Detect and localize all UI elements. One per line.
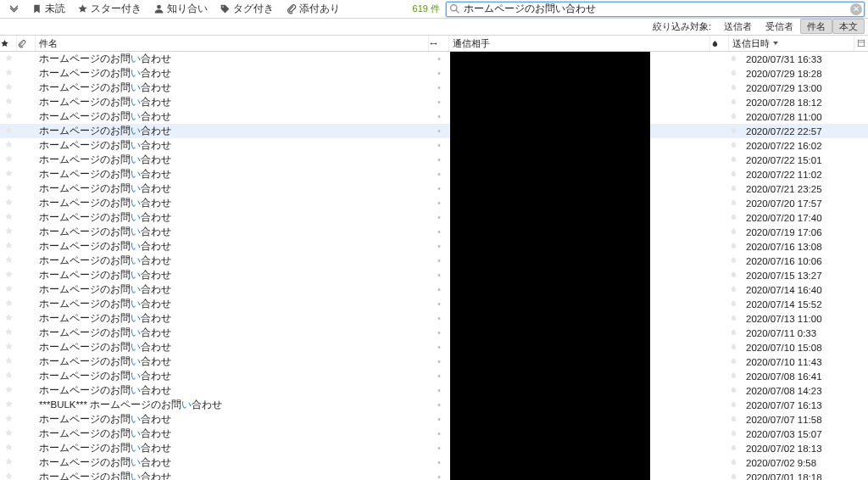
message-row[interactable]: ホームページのお問い合わせ•2020/07/22 15:01: [0, 153, 868, 167]
row-flag-icon[interactable]: [724, 327, 743, 338]
row-star[interactable]: [0, 241, 17, 252]
row-star[interactable]: [0, 126, 17, 137]
message-row[interactable]: ホームページのお問い合わせ•2020/07/20 17:40: [0, 210, 868, 225]
message-row[interactable]: ホームページのお問い合わせ•2020/07/10 11:43: [0, 354, 868, 369]
message-row[interactable]: ホームページのお問い合わせ•2020/07/02 18:13: [0, 441, 868, 455]
row-flag-icon[interactable]: [724, 255, 743, 266]
col-header-thread[interactable]: [429, 36, 449, 51]
row-flag-icon[interactable]: [724, 385, 743, 396]
filter-tagged[interactable]: タグ付き: [214, 0, 278, 18]
row-star[interactable]: [0, 399, 17, 410]
row-flag-icon[interactable]: [724, 270, 743, 281]
message-row[interactable]: ホームページのお問い合わせ•2020/07/21 23:25: [0, 181, 868, 196]
message-row[interactable]: ホームページのお問い合わせ•2020/07/11 0:33: [0, 326, 868, 340]
row-flag-icon[interactable]: [724, 428, 743, 439]
col-header-flag[interactable]: [710, 36, 729, 51]
row-flag-icon[interactable]: [724, 97, 743, 108]
row-flag-icon[interactable]: [724, 198, 743, 209]
row-flag-icon[interactable]: [724, 169, 743, 180]
filter-starred[interactable]: スター付き: [72, 0, 146, 18]
row-star[interactable]: [0, 472, 17, 480]
col-header-star[interactable]: [0, 36, 17, 51]
row-star[interactable]: [0, 270, 17, 281]
row-flag-icon[interactable]: [724, 154, 743, 165]
col-header-menu[interactable]: [854, 36, 868, 51]
row-star[interactable]: [0, 53, 17, 64]
row-star[interactable]: [0, 198, 17, 209]
row-flag-icon[interactable]: [724, 53, 743, 64]
row-star[interactable]: [0, 255, 17, 266]
row-star[interactable]: [0, 385, 17, 396]
message-row[interactable]: ホームページのお問い合わせ•2020/07/29 18:28: [0, 66, 868, 81]
filter-contacts[interactable]: 知り合い: [148, 0, 212, 18]
filter-target-subject[interactable]: 件名: [800, 19, 832, 34]
message-row[interactable]: ホームページのお問い合わせ•2020/07/07 11:58: [0, 412, 868, 427]
col-header-subject[interactable]: 件名: [36, 36, 429, 51]
row-star[interactable]: [0, 457, 17, 468]
message-row[interactable]: ホームページのお問い合わせ•2020/07/08 14:23: [0, 383, 868, 398]
row-star[interactable]: [0, 428, 17, 439]
row-flag-icon[interactable]: [724, 299, 743, 310]
message-row[interactable]: ホームページのお問い合わせ•2020/07/22 22:57: [0, 124, 868, 138]
message-row[interactable]: ホームページのお問い合わせ•2020/07/16 13:08: [0, 239, 868, 254]
filter-target-recipient[interactable]: 受信者: [759, 19, 800, 34]
message-row[interactable]: ホームページのお問い合わせ•2020/07/14 16:40: [0, 282, 868, 297]
message-row[interactable]: ホームページのお問い合わせ•2020/07/03 15:07: [0, 427, 868, 441]
row-flag-icon[interactable]: [724, 342, 743, 353]
col-header-attachment[interactable]: [17, 36, 36, 51]
filter-unread[interactable]: 未読: [26, 0, 70, 18]
row-star[interactable]: [0, 356, 17, 367]
col-header-correspondent[interactable]: 通信相手: [449, 36, 710, 51]
row-flag-icon[interactable]: [724, 414, 743, 425]
row-star[interactable]: [0, 226, 17, 237]
row-flag-icon[interactable]: [724, 241, 743, 252]
row-flag-icon[interactable]: [724, 140, 743, 151]
row-flag-icon[interactable]: [724, 82, 743, 93]
row-star[interactable]: [0, 183, 17, 194]
row-flag-icon[interactable]: [724, 226, 743, 237]
row-flag-icon[interactable]: [724, 472, 743, 480]
row-flag-icon[interactable]: [724, 111, 743, 122]
message-row[interactable]: ホームページのお問い合わせ•2020/07/28 18:12: [0, 95, 868, 109]
message-row[interactable]: ***BULK*** ホームページのお問い合わせ•2020/07/07 16:1…: [0, 398, 868, 412]
row-flag-icon[interactable]: [724, 356, 743, 367]
message-row[interactable]: ホームページのお問い合わせ•2020/07/22 16:02: [0, 138, 868, 153]
col-header-date[interactable]: 送信日時: [729, 36, 854, 51]
row-star[interactable]: [0, 327, 17, 338]
message-row[interactable]: ホームページのお問い合わせ•2020/07/13 11:00: [0, 311, 868, 326]
message-row[interactable]: ホームページのお問い合わせ•2020/07/22 11:02: [0, 167, 868, 181]
row-star[interactable]: [0, 414, 17, 425]
row-star[interactable]: [0, 212, 17, 223]
message-row[interactable]: ホームページのお問い合わせ•2020/07/01 18:18: [0, 470, 868, 480]
row-star[interactable]: [0, 82, 17, 93]
message-row[interactable]: ホームページのお問い合わせ•2020/07/10 15:08: [0, 340, 868, 354]
message-row[interactable]: ホームページのお問い合わせ•2020/07/14 15:52: [0, 297, 868, 311]
row-flag-icon[interactable]: [724, 313, 743, 324]
message-list[interactable]: ホームページのお問い合わせ•2020/07/31 16:33ホームページのお問い…: [0, 52, 868, 480]
row-star[interactable]: [0, 371, 17, 382]
filter-target-sender[interactable]: 送信者: [717, 19, 759, 34]
message-row[interactable]: ホームページのお問い合わせ•2020/07/16 10:06: [0, 254, 868, 268]
search-clear-button[interactable]: ✕: [850, 3, 862, 15]
row-star[interactable]: [0, 154, 17, 165]
row-flag-icon[interactable]: [724, 183, 743, 194]
row-star[interactable]: [0, 299, 17, 310]
row-star[interactable]: [0, 342, 17, 353]
row-star[interactable]: [0, 443, 17, 454]
row-flag-icon[interactable]: [724, 126, 743, 137]
row-star[interactable]: [0, 169, 17, 180]
message-row[interactable]: ホームページのお問い合わせ•2020/07/08 16:41: [0, 369, 868, 383]
filter-attachment[interactable]: 添付あり: [281, 0, 344, 18]
row-star[interactable]: [0, 313, 17, 324]
row-flag-icon[interactable]: [724, 399, 743, 410]
row-star[interactable]: [0, 140, 17, 151]
message-row[interactable]: ホームページのお問い合わせ•2020/07/02 9:58: [0, 455, 868, 470]
row-star[interactable]: [0, 111, 17, 122]
search-input[interactable]: [446, 2, 865, 17]
row-flag-icon[interactable]: [724, 284, 743, 295]
row-flag-icon[interactable]: [724, 68, 743, 79]
filter-target-body[interactable]: 本文: [832, 19, 865, 34]
message-row[interactable]: ホームページのお問い合わせ•2020/07/31 16:33: [0, 52, 868, 66]
row-flag-icon[interactable]: [724, 371, 743, 382]
quick-filter-toggle[interactable]: [3, 2, 24, 17]
